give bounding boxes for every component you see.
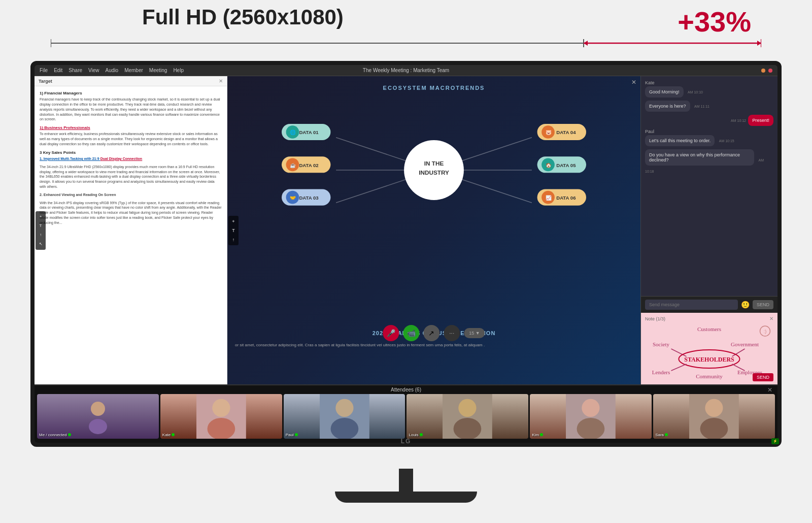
chat-time-4: AM 10:15 — [719, 139, 734, 143]
note-close-btn[interactable]: ✕ — [769, 316, 773, 321]
chat-send-btn[interactable]: SEND — [753, 300, 773, 309]
menu-file[interactable]: File — [40, 68, 48, 73]
menu-audio[interactable]: Audio — [106, 68, 119, 73]
right-panel: Kate Good Morning! AM 10:10 Everyone is … — [640, 76, 777, 384]
svg-line-46 — [732, 349, 745, 356]
svg-text:DATA 05: DATA 05 — [556, 162, 576, 168]
toolbar-cursor[interactable]: ↖ — [37, 241, 44, 248]
status-dot-louis — [420, 433, 423, 436]
menu-view[interactable]: View — [88, 68, 99, 73]
attendees-header: Attendees (6) ✕ — [35, 385, 777, 394]
full-hd-label: Full HD (2560x1080) — [142, 5, 344, 29]
chat-msg-paul-2: Do you have a view on why this performan… — [645, 149, 773, 175]
mute-btn[interactable]: 🎤 — [383, 325, 399, 341]
center-panel: ✕ ECOSYSTEM MACROTRENDS — [227, 76, 640, 384]
chat-msg-kate-1: Kate Good Morning! AM 10:10 — [645, 80, 773, 97]
minimize-btn[interactable] — [761, 69, 765, 73]
toolbar-t[interactable]: T — [37, 222, 44, 230]
note-send-btn[interactable]: SEND — [753, 373, 773, 381]
chat-bubble-5: Do you have a view on why this performan… — [645, 149, 754, 166]
svg-text:DATA 04: DATA 04 — [556, 129, 576, 135]
svg-text:🤝: 🤝 — [290, 195, 297, 201]
video-strip: Attendees (6) ✕ Me / connected — [35, 384, 777, 443]
svg-text:DATA 01: DATA 01 — [299, 129, 319, 135]
svg-marker-4 — [584, 41, 588, 46]
left-toolbar: + T ↑ ↖ — [36, 211, 46, 250]
doc-close-btn[interactable]: ✕ — [219, 78, 223, 84]
presentation-close[interactable]: ✕ — [631, 79, 636, 86]
svg-text:Lenders: Lenders — [652, 369, 670, 375]
note-content-svg: :) Customers Society Government STAKEHOL… — [645, 323, 773, 379]
svg-text:☕: ☕ — [290, 162, 297, 169]
svg-text:📈: 📈 — [546, 195, 552, 201]
status-dot-kim — [540, 433, 543, 436]
attendees-close-btn[interactable]: ✕ — [767, 386, 772, 394]
svg-line-45 — [671, 349, 687, 356]
subsection-1-text: The 34-inch 21:9 UltraWide FHD (2560x108… — [40, 165, 222, 189]
avatar-kate — [160, 394, 282, 439]
subsection-1: 1. Improved Multi-Tasking with 21:9 Dual… — [40, 156, 222, 161]
doc-header: Target ✕ — [35, 76, 227, 86]
chat-time-1: AM 10:10 — [688, 90, 703, 94]
svg-text:Society: Society — [653, 341, 669, 347]
note-header: Note (1/3) ✕ — [645, 316, 773, 321]
svg-point-55 — [89, 419, 107, 434]
note-title: Note (1/3) — [645, 316, 665, 321]
status-dot-me — [68, 433, 71, 436]
section-1-title: 1) Financial Managers — [40, 90, 222, 96]
section-2-title: 1) Business Professionals — [40, 125, 222, 130]
emoji-btn[interactable]: 🙂 — [741, 301, 750, 309]
video-label-kim: Kim — [532, 433, 543, 437]
video-cell-sara: Sara — [653, 394, 775, 439]
close-btn[interactable] — [768, 69, 772, 73]
doc-title: Target — [39, 79, 52, 84]
measurement-lines — [51, 33, 761, 56]
monitor-screen: File Edit Share View Audio Member Meetin… — [35, 65, 777, 443]
main-content: Target ✕ 1) Financial Managers Financial… — [35, 76, 777, 384]
subsection-2: 2. Enhanced Viewing and Reading On Scree… — [40, 192, 222, 198]
menu-meeting[interactable]: Meeting — [149, 68, 167, 73]
video-cell-louis: Louis — [407, 394, 528, 439]
menu-member[interactable]: Member — [124, 68, 143, 73]
menu-bar: File Edit Share View Audio Member Meetin… — [35, 65, 777, 76]
svg-text:DATA 03: DATA 03 — [299, 195, 318, 201]
toolbar-arrow[interactable]: ↑ — [37, 232, 44, 239]
svg-point-67 — [577, 418, 605, 439]
video-cell-me: Me / connected — [37, 394, 159, 439]
left-panel: Target ✕ 1) Financial Managers Financial… — [35, 76, 227, 384]
toolbar-plus[interactable]: + — [37, 213, 44, 220]
svg-point-66 — [582, 399, 600, 417]
presentation-toolbar: + T ↑ — [228, 216, 239, 245]
video-me — [37, 394, 159, 439]
svg-text:Government: Government — [731, 341, 759, 347]
video-sara — [653, 394, 775, 439]
menu-share[interactable]: Share — [69, 68, 82, 73]
menu-edit[interactable]: Edit — [54, 68, 62, 73]
chat-msg-paul-1: Paul Let's call this meeting to order. A… — [645, 129, 773, 146]
chat-time-2: AM 11:11 — [694, 105, 709, 108]
video-label-paul: Paul — [286, 433, 298, 437]
meeting-title: The Weekly Meeting : Marketing Team — [363, 68, 449, 73]
chat-msg-kate-2: Everyone is here? AM 11:11 — [645, 101, 773, 112]
svg-point-54 — [91, 402, 105, 416]
chat-input-area: 🙂 SEND — [641, 296, 777, 313]
video-btn[interactable]: 📹 — [403, 325, 419, 341]
top-area: Full HD (2560x1080) +33% — [0, 0, 812, 71]
svg-text:🌐: 🌐 — [290, 129, 297, 136]
attendee-count: 15 ▼ — [464, 328, 485, 338]
svg-point-58 — [207, 418, 235, 439]
pres-tool-plus[interactable]: + — [230, 218, 237, 225]
share-btn[interactable]: ↗ — [423, 325, 439, 341]
section-2-text: To enhance work efficiency, business pro… — [40, 132, 222, 146]
pres-tool-arrow[interactable]: ↑ — [230, 236, 237, 243]
avatar-paul — [284, 394, 405, 439]
chat-input[interactable] — [645, 300, 738, 310]
svg-text:Community: Community — [696, 373, 723, 379]
pres-tool-t[interactable]: T — [230, 227, 237, 234]
menu-help[interactable]: Help — [173, 68, 184, 73]
more-btn[interactable]: ··· — [444, 325, 460, 341]
video-label-kate: Kate — [162, 433, 175, 437]
note-panel: Note (1/3) ✕ :) Customers Society Gove — [641, 313, 777, 384]
avatar-sara — [653, 394, 775, 439]
monitor-outer: File Edit Share View Audio Member Meetin… — [30, 61, 782, 447]
